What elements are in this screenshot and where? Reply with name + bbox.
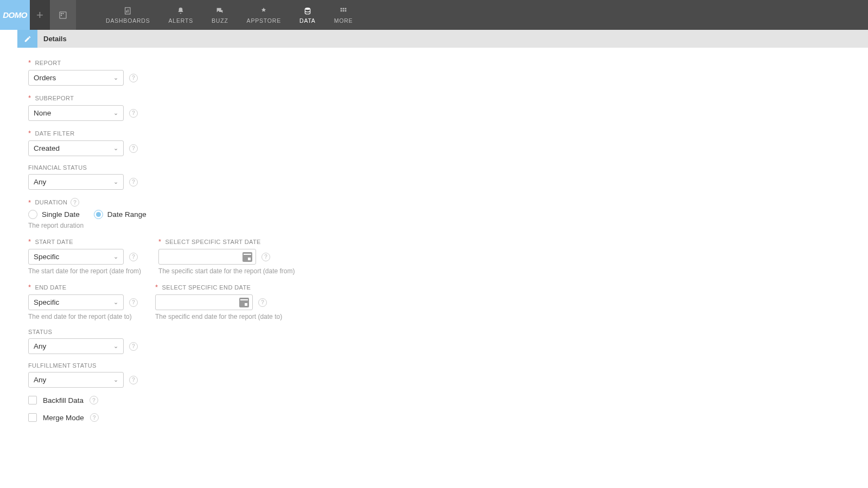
start-date-specific-input[interactable]	[158, 249, 256, 265]
duration-single-option[interactable]: Single Date	[28, 210, 80, 219]
chevron-down-icon: ⌄	[113, 299, 118, 306]
start-date-label: *START DATE	[28, 237, 141, 246]
help-icon[interactable]: ?	[129, 298, 138, 307]
subreport-value: None	[34, 109, 51, 117]
edit-section-icon[interactable]	[17, 30, 37, 48]
svg-rect-13	[343, 10, 344, 11]
duration-range-label: Date Range	[107, 210, 146, 219]
nav-more[interactable]: MORE	[325, 0, 362, 30]
chevron-down-icon: ⌄	[113, 376, 118, 383]
backfill-label: Backfill Data	[43, 396, 84, 404]
help-icon[interactable]: ?	[129, 74, 138, 82]
end-date-select[interactable]: Specific ⌄	[28, 294, 124, 310]
nav-appstore[interactable]: APPSTORE	[238, 0, 290, 30]
merge-checkbox[interactable]	[28, 413, 37, 422]
calendar-icon	[239, 298, 249, 307]
help-icon[interactable]: ?	[258, 298, 267, 307]
nav-data-label: DATA	[299, 17, 316, 24]
page-tab-icon	[59, 11, 67, 20]
end-date-label: *END DATE	[28, 283, 138, 291]
chevron-down-icon: ⌄	[113, 253, 118, 260]
merge-mode-row: Merge Mode ?	[28, 413, 868, 422]
svg-rect-0	[60, 12, 66, 18]
duration-hint: The report duration	[28, 222, 146, 229]
report-select[interactable]: Orders ⌄	[28, 70, 124, 86]
backfill-checkbox[interactable]	[28, 396, 37, 404]
dashboards-icon	[124, 7, 132, 15]
brand-logo[interactable]: DOMO	[0, 0, 30, 30]
svg-rect-14	[345, 10, 347, 11]
calendar-icon	[242, 252, 252, 262]
help-icon[interactable]: ?	[90, 413, 99, 422]
details-bar: Details	[17, 30, 868, 48]
svg-rect-12	[341, 10, 342, 11]
top-navbar: DOMO + DASHBOARDS ALERTS BUZZ APPSTORE D…	[0, 0, 868, 30]
svg-rect-6	[127, 9, 128, 12]
subreport-select[interactable]: None ⌄	[28, 105, 124, 121]
page-tab[interactable]	[50, 0, 76, 30]
fulfillment-status-label: FULFILLMENT STATUS	[28, 362, 138, 369]
help-icon[interactable]: ?	[129, 342, 138, 351]
radio-icon	[28, 210, 37, 219]
svg-rect-3	[61, 15, 62, 16]
duration-range-option[interactable]: Date Range	[94, 210, 146, 219]
date-filter-label: *DATE FILTER	[28, 129, 138, 137]
nav-dashboards-label: DASHBOARDS	[106, 17, 150, 24]
svg-point-8	[305, 8, 310, 10]
svg-rect-9	[341, 8, 342, 9]
fulfillment-status-value: Any	[34, 376, 46, 384]
end-date-specific-hint: The specific end date for the report (da…	[155, 313, 282, 320]
svg-rect-1	[61, 13, 62, 14]
appstore-icon	[259, 7, 268, 15]
start-date-specific-label: *SELECT SPECIFIC START DATE	[158, 237, 295, 246]
financial-status-value: Any	[34, 178, 46, 186]
chevron-down-icon: ⌄	[113, 343, 118, 350]
help-icon[interactable]: ?	[129, 376, 138, 384]
help-icon[interactable]: ?	[71, 198, 79, 207]
svg-rect-11	[345, 8, 347, 9]
help-icon[interactable]: ?	[129, 109, 138, 118]
help-icon[interactable]: ?	[129, 253, 138, 261]
nav-alerts[interactable]: ALERTS	[159, 0, 202, 30]
svg-rect-10	[343, 8, 344, 9]
fulfillment-status-select[interactable]: Any ⌄	[28, 372, 124, 388]
backfill-data-row: Backfill Data ?	[28, 396, 868, 404]
status-value: Any	[34, 342, 46, 350]
end-date-specific-input[interactable]	[155, 294, 253, 310]
help-icon[interactable]: ?	[129, 144, 138, 153]
nav-more-label: MORE	[334, 17, 353, 24]
nav-dashboards[interactable]: DASHBOARDS	[97, 0, 159, 30]
pencil-icon	[24, 35, 31, 43]
chevron-down-icon: ⌄	[113, 74, 118, 81]
start-date-specific-hint: The specific start date for the report (…	[158, 267, 295, 275]
status-select[interactable]: Any ⌄	[28, 338, 124, 354]
svg-rect-2	[62, 13, 63, 14]
nav-data[interactable]: DATA	[290, 0, 325, 30]
nav-appstore-label: APPSTORE	[247, 17, 281, 24]
end-date-value: Specific	[34, 298, 59, 306]
financial-status-label: FINANCIAL STATUS	[28, 164, 138, 171]
svg-rect-5	[126, 10, 126, 12]
chevron-down-icon: ⌄	[113, 178, 118, 185]
duration-single-label: Single Date	[42, 210, 80, 219]
start-date-select[interactable]: Specific ⌄	[28, 249, 124, 265]
subreport-label: *SUBREPORT	[28, 94, 138, 102]
grid-icon	[339, 7, 348, 15]
financial-status-select[interactable]: Any ⌄	[28, 174, 124, 190]
chat-icon	[215, 7, 224, 15]
date-filter-select[interactable]: Created ⌄	[28, 140, 124, 156]
chevron-down-icon: ⌄	[113, 145, 118, 152]
bell-icon	[176, 7, 185, 15]
end-date-hint: The end date for the report (date to)	[28, 313, 138, 320]
end-date-specific-label: *SELECT SPECIFIC END DATE	[155, 283, 282, 291]
chevron-down-icon: ⌄	[113, 110, 118, 117]
status-label: STATUS	[28, 329, 138, 335]
new-tab-button[interactable]: +	[30, 0, 50, 30]
help-icon[interactable]: ?	[261, 253, 270, 261]
help-icon[interactable]: ?	[129, 178, 138, 187]
nav-buzz-label: BUZZ	[212, 17, 228, 24]
radio-icon	[94, 210, 103, 219]
start-date-value: Specific	[34, 253, 59, 261]
help-icon[interactable]: ?	[90, 396, 98, 404]
nav-buzz[interactable]: BUZZ	[202, 0, 238, 30]
